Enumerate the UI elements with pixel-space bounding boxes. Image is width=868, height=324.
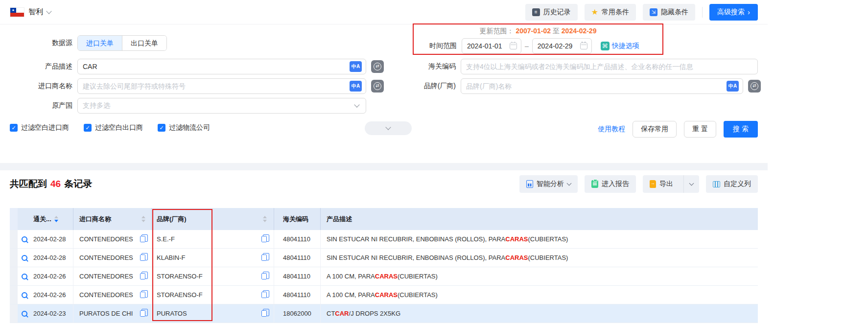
row-date: 2024-02-26 xyxy=(31,286,73,304)
copy-icon[interactable] xyxy=(261,273,267,279)
copy-icon[interactable] xyxy=(140,273,145,279)
product-desc-field: 中A xyxy=(77,59,366,74)
sort-control[interactable] xyxy=(141,216,145,222)
advanced-search-button[interactable]: 高级搜索 › xyxy=(709,4,758,21)
product-desc-input[interactable] xyxy=(83,63,350,70)
importer-name: CONTENEDORES xyxy=(79,273,133,280)
brand-name: STORAENSO-F xyxy=(157,273,203,280)
datasource-tabs: 进口关单 出口关单 xyxy=(77,35,167,51)
arrow-right-icon: › xyxy=(748,8,750,16)
synonym-toggle-icon[interactable]: ⇄ xyxy=(748,80,761,93)
header-brand[interactable]: 品牌(厂商) xyxy=(152,208,274,230)
hs-code-field xyxy=(461,59,758,74)
keyword-highlight: CAR xyxy=(335,310,349,317)
search-form: 更新范围： 2007-01-02 至 2024-02-29 数据源 进口关单 出… xyxy=(0,24,768,163)
checkbox-filter-blank-exporter[interactable]: 过滤空白出口商 xyxy=(84,123,143,132)
calendar-icon[interactable] xyxy=(580,43,587,49)
row-detail-search-icon[interactable] xyxy=(22,236,27,242)
history-button[interactable]: ≡ 历史记录 xyxy=(525,4,578,21)
keyword-highlight: CARAS xyxy=(375,273,398,280)
row-stripe xyxy=(10,230,18,248)
tutorial-link[interactable]: 使用教程 xyxy=(598,125,625,134)
row-description: A 100 CM, PARA CARAS (CUBIERTAS) xyxy=(321,286,758,304)
keyword-highlight: CARAS xyxy=(375,291,398,299)
reset-button[interactable]: 重 置 xyxy=(684,121,716,138)
update-range-end: 2024-02-29 xyxy=(562,27,597,35)
favorite-conditions-button[interactable]: ★ 常用条件 xyxy=(585,4,636,21)
calendar-icon[interactable] xyxy=(510,43,517,49)
copy-icon[interactable] xyxy=(261,292,267,298)
header-date[interactable]: 通关... xyxy=(31,208,73,230)
row-stripe xyxy=(10,267,18,285)
table-row[interactable]: 2024-02-26 CONTENEDORES STORAENSO-F 4804… xyxy=(10,267,758,286)
origin-country-select[interactable]: 支持多选 xyxy=(77,98,366,114)
enter-report-button[interactable]: 进入报告 xyxy=(585,175,636,193)
export-button[interactable]: 导出 xyxy=(643,175,680,193)
hide-conditions-button[interactable]: ⇲ 隐藏条件 xyxy=(643,4,695,21)
tab-import-declarations[interactable]: 进口关单 xyxy=(78,36,122,50)
export-dropdown-button[interactable] xyxy=(683,175,699,193)
table-row[interactable]: 2024-02-28 CONTENEDORES S.E.-F 48041110 … xyxy=(10,230,758,249)
country-selector-label[interactable]: 智利 xyxy=(28,7,43,17)
copy-icon[interactable] xyxy=(140,236,145,242)
keyword-highlight: CARAS xyxy=(505,254,528,261)
header-description[interactable]: 产品描述 xyxy=(321,208,758,230)
chevron-down-icon xyxy=(567,181,572,186)
copy-icon[interactable] xyxy=(140,310,145,317)
row-detail-search-icon[interactable] xyxy=(22,255,27,261)
importer-name-label: 进口商名称 xyxy=(5,82,72,91)
translate-icon[interactable]: 中A xyxy=(350,61,362,72)
table-row-selected[interactable]: 2024-02-23 PURATOS DE CHI PURATOS 180620… xyxy=(10,304,758,323)
tab-export-declarations[interactable]: 出口关单 xyxy=(122,36,166,50)
sort-control[interactable] xyxy=(54,216,58,222)
chile-flag-icon: ★ xyxy=(10,7,24,17)
translate-icon[interactable]: 中A xyxy=(350,81,362,92)
row-date: 2024-02-28 xyxy=(31,249,73,267)
table-row[interactable]: 2024-02-28 CONTENEDORES KLABIN-F 4804111… xyxy=(10,249,758,267)
copy-icon[interactable] xyxy=(140,292,145,298)
row-date: 2024-02-28 xyxy=(31,230,73,248)
expand-collapse-toggle[interactable] xyxy=(365,121,412,135)
row-stripe xyxy=(10,286,18,304)
smart-analysis-button[interactable]: 智能分析 xyxy=(519,175,578,193)
brand-name: KLABIN-F xyxy=(157,254,186,261)
checkbox-filter-logistics[interactable]: 过滤物流公司 xyxy=(158,123,210,132)
save-common-button[interactable]: 保存常用 xyxy=(633,121,677,138)
brand-name: STORAENSO-F xyxy=(157,291,203,299)
translate-icon[interactable]: 中A xyxy=(727,81,739,92)
checkbox-checked-icon[interactable] xyxy=(10,124,18,132)
importer-name-input[interactable] xyxy=(83,82,350,90)
checkbox-filter-blank-importer[interactable]: 过滤空白进口商 xyxy=(10,123,69,132)
hs-code-input[interactable] xyxy=(466,63,753,70)
header-importer[interactable]: 进口商名称 xyxy=(73,208,152,230)
importer-name: PURATOS DE CHI xyxy=(79,310,133,317)
export-button-group: 导出 xyxy=(643,175,699,193)
row-hscode: 48041110 xyxy=(274,230,321,248)
checkbox-checked-icon[interactable] xyxy=(84,124,92,132)
brand-input[interactable] xyxy=(466,82,727,90)
table-row[interactable]: 2024-02-26 CONTENEDORES STORAENSO-F 4804… xyxy=(10,286,758,304)
sort-control[interactable] xyxy=(263,216,267,222)
copy-icon[interactable] xyxy=(261,236,267,242)
row-detail-search-icon[interactable] xyxy=(22,311,27,317)
chevron-down-icon xyxy=(354,102,359,107)
date-to-input[interactable]: 2024-02-29 xyxy=(532,38,592,54)
row-detail-search-icon[interactable] xyxy=(22,274,27,279)
date-from-input[interactable]: 2024-01-01 xyxy=(462,38,521,54)
row-description: CT CAR/J DROPS 2X5KG xyxy=(321,304,758,323)
row-hscode: 18062000 xyxy=(274,304,321,323)
checkbox-checked-icon[interactable] xyxy=(158,124,165,132)
customize-columns-button[interactable]: 自定义列 xyxy=(706,175,758,193)
row-description: SIN ESTUCAR NI RECUBRIR, ENBOBINAS (ROLL… xyxy=(321,249,758,267)
row-detail-search-icon[interactable] xyxy=(22,292,27,298)
header-hscode[interactable]: 海关编码 xyxy=(274,208,321,230)
copy-icon[interactable] xyxy=(140,255,145,261)
copy-icon[interactable] xyxy=(261,310,267,317)
search-button[interactable]: 搜 索 xyxy=(724,121,758,138)
copy-icon[interactable] xyxy=(261,255,267,261)
quick-options-link[interactable]: ⌘ 快捷选项 xyxy=(601,42,639,50)
export-file-icon xyxy=(650,180,656,188)
chevron-down-icon[interactable] xyxy=(46,8,51,14)
results-table: 通关... 进口商名称 品牌(厂商) 海关编码 产品描述 2024-02-28 … xyxy=(10,208,758,323)
time-range-label: 时间范围 xyxy=(414,42,457,50)
